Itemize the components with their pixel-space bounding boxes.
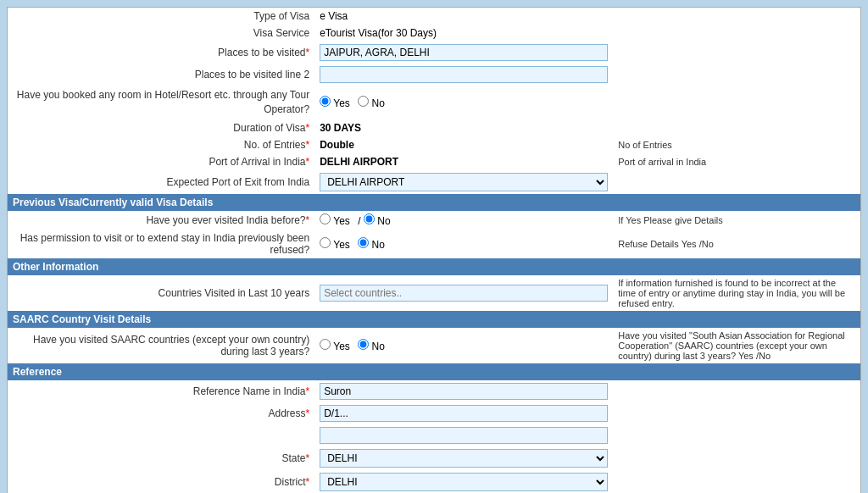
port-arrival-label: Port of Arrival in India*	[8, 153, 314, 170]
table-row: Have you visited SAARC countries (except…	[8, 328, 860, 363]
port-arrival-info: Port of arrival in India	[613, 153, 860, 170]
duration-label: Duration of Visa*	[8, 119, 314, 136]
table-row: Duration of Visa* 30 DAYS	[8, 119, 860, 136]
table-row: Has permission to visit or to extend sta…	[8, 230, 860, 258]
saarc-visited-info: Have you visited "South Asian Associatio…	[613, 328, 860, 363]
places-input[interactable]	[320, 44, 608, 61]
address-india-label: Address*	[8, 402, 314, 424]
reference-header: Reference	[8, 363, 860, 380]
previous-visa-header: Previous Visa/Currently valid Visa Detai…	[8, 194, 860, 211]
saarc-visited-yes-radio[interactable]	[320, 339, 331, 350]
visited-before-label: Have you ever visited India before?*	[8, 211, 314, 230]
table-row	[8, 424, 860, 446]
places-input-cell	[314, 42, 613, 64]
table-row: Visa Service eTourist Visa(for 30 Days)	[8, 25, 860, 42]
ref-name-india-input[interactable]	[320, 383, 608, 400]
permission-refused-no-radio[interactable]	[358, 237, 369, 248]
table-row: No. of Entries* Double No of Entries	[8, 136, 860, 153]
table-row: Places to be visited line 2	[8, 64, 860, 86]
address-india-line2-input[interactable]	[320, 427, 608, 444]
state-label: State*	[8, 446, 314, 470]
table-row: Have you booked any room in Hotel/Resort…	[8, 86, 860, 119]
table-row: Places to be visited*	[8, 42, 860, 64]
entries-label: No. of Entries*	[8, 136, 314, 153]
table-row: Have you ever visited India before?* Yes…	[8, 211, 860, 230]
places-line2-label: Places to be visited line 2	[8, 64, 314, 86]
previous-visa-section-row: Previous Visa/Currently valid Visa Detai…	[8, 194, 860, 211]
visa-service-value: eTourist Visa(for 30 Days)	[314, 25, 613, 42]
hotel-yes-radio[interactable]	[320, 96, 331, 107]
countries-visited-input[interactable]	[320, 285, 608, 302]
main-container: Type of Visa e Visa Visa Service eTouris…	[7, 7, 861, 493]
visited-before-info: If Yes Please give Details	[613, 211, 860, 230]
table-row: District* DELHI	[8, 470, 860, 493]
form-table: Type of Visa e Visa Visa Service eTouris…	[8, 8, 860, 493]
hotel-label: Have you booked any room in Hotel/Resort…	[8, 86, 314, 119]
other-info-header: Other Information	[8, 258, 860, 275]
visited-before-no-radio[interactable]	[364, 213, 375, 224]
visa-service-label: Visa Service	[8, 25, 314, 42]
visited-before-radio-group: Yes / No	[320, 213, 608, 227]
port-exit-select[interactable]: DELHI AIRPORT	[320, 173, 608, 191]
permission-refused-yes-radio[interactable]	[320, 237, 331, 248]
countries-visited-label: Countries Visited in Last 10 years	[8, 275, 314, 311]
duration-value: 30 DAYS	[314, 119, 613, 136]
hotel-radio-group: Yes No	[320, 96, 608, 109]
entries-info: No of Entries	[613, 136, 860, 153]
table-row: Port of Arrival in India* DELHI AIRPORT …	[8, 153, 860, 170]
table-row: Countries Visited in Last 10 years If in…	[8, 275, 860, 311]
saarc-visited-radio-group: Yes No	[320, 339, 608, 352]
permission-refused-radio-group: Yes No	[320, 237, 608, 251]
other-info-section-row: Other Information	[8, 258, 860, 275]
table-row: Type of Visa e Visa	[8, 8, 860, 25]
table-row: Expected Port of Exit from India DELHI A…	[8, 170, 860, 194]
ref-name-india-label: Reference Name in India*	[8, 380, 314, 402]
permission-refused-label: Has permission to visit or to extend sta…	[8, 230, 314, 258]
address-india-line1-input[interactable]	[320, 405, 608, 422]
saarc-header: SAARC Country Visit Details	[8, 311, 860, 328]
type-of-visa-label: Type of Visa	[8, 8, 314, 25]
port-exit-label: Expected Port of Exit from India	[8, 170, 314, 194]
port-arrival-value: DELHI AIRPORT	[314, 153, 613, 170]
table-row: State* DELHI	[8, 446, 860, 470]
state-select[interactable]: DELHI	[320, 449, 608, 468]
visited-before-yes-radio[interactable]	[320, 213, 331, 224]
countries-visited-info: If information furnished is found to be …	[613, 275, 860, 311]
table-row: Address*	[8, 402, 860, 424]
entries-value: Double	[314, 136, 613, 153]
hotel-no-radio[interactable]	[358, 96, 369, 107]
type-of-visa-value: e Visa	[314, 8, 613, 25]
table-row: Reference Name in India*	[8, 380, 860, 402]
places-line2-input[interactable]	[320, 66, 608, 83]
places-label: Places to be visited*	[8, 42, 314, 64]
district-label: District*	[8, 470, 314, 493]
saarc-section-row: SAARC Country Visit Details	[8, 311, 860, 328]
permission-refused-info: Refuse Details Yes /No	[613, 230, 860, 258]
saarc-visited-label: Have you visited SAARC countries (except…	[8, 328, 314, 363]
district-select[interactable]: DELHI	[320, 473, 608, 491]
saarc-visited-no-radio[interactable]	[358, 339, 369, 350]
reference-section-row: Reference	[8, 363, 860, 380]
